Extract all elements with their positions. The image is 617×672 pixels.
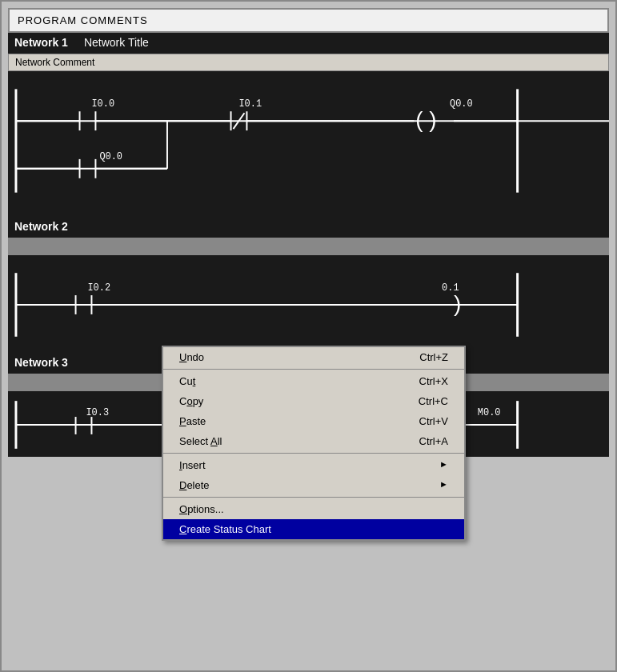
menu-item-cut-label: Cut xyxy=(179,375,195,387)
menu-item-delete-label: Delete xyxy=(179,479,210,491)
svg-text:): ) xyxy=(454,291,461,316)
menu-separator-3 xyxy=(163,497,464,498)
svg-text:( ): ( ) xyxy=(415,107,436,132)
network-2-comment xyxy=(8,238,609,255)
main-window: PROGRAM COMMENTS Network 1 Network Title… xyxy=(0,0,617,672)
menu-separator-2 xyxy=(163,453,464,454)
svg-text:Q0.0: Q0.0 xyxy=(99,151,122,162)
menu-item-cut-shortcut: Ctrl+X xyxy=(419,375,448,387)
menu-separator-1 xyxy=(163,369,464,370)
network-1-canvas: I0.0 I0.1 Q0.0 xyxy=(8,73,609,217)
menu-item-paste[interactable]: Paste Ctrl+V xyxy=(163,411,464,431)
menu-item-paste-shortcut: Ctrl+V xyxy=(419,415,448,427)
menu-item-insert-label: Insert xyxy=(179,459,206,471)
menu-item-delete[interactable]: Delete ► xyxy=(163,475,464,495)
network-2-canvas: I0.2 0.1 ) xyxy=(8,257,609,353)
menu-item-copy-label: Copy xyxy=(179,395,203,407)
menu-item-insert-arrow: ► xyxy=(439,459,448,471)
menu-item-undo[interactable]: Undo Ctrl+Z xyxy=(163,347,464,367)
context-menu: Undo Ctrl+Z Cut Ctrl+X Copy Ctrl+C Paste… xyxy=(162,346,466,541)
title-bar: PROGRAM COMMENTS xyxy=(8,8,609,33)
menu-item-cut[interactable]: Cut Ctrl+X xyxy=(163,371,464,391)
network-3-label: Network 3 xyxy=(14,356,68,369)
network-1-comment: Network Comment xyxy=(8,54,609,71)
menu-item-delete-arrow: ► xyxy=(439,479,448,491)
title-text: PROGRAM COMMENTS xyxy=(18,14,148,26)
network-1-label: Network 1 xyxy=(14,36,68,49)
menu-item-options[interactable]: Options... xyxy=(163,499,464,519)
menu-item-insert[interactable]: Insert ► xyxy=(163,455,464,475)
menu-item-options-label: Options... xyxy=(179,503,224,515)
menu-item-undo-shortcut: Ctrl+Z xyxy=(419,351,448,363)
network-2-label: Network 2 xyxy=(14,220,68,233)
network-2-section: Network 2 I0.2 0.1 ) xyxy=(8,217,609,353)
menu-item-selectall-label: Select All xyxy=(179,435,222,447)
menu-item-createstatuschart[interactable]: Create Status Chart xyxy=(163,519,464,539)
network-1-title: Network Title xyxy=(84,36,149,49)
svg-text:Q0.0: Q0.0 xyxy=(450,98,473,110)
menu-item-createstatuschart-label: Create Status Chart xyxy=(179,523,271,535)
network-1-section: Network 1 Network Title Network Comment … xyxy=(8,33,609,217)
menu-item-selectall-shortcut: Ctrl+A xyxy=(419,435,448,447)
svg-text:I0.2: I0.2 xyxy=(87,282,110,294)
menu-item-copy-shortcut: Ctrl+C xyxy=(419,395,448,407)
menu-item-copy[interactable]: Copy Ctrl+C xyxy=(163,391,464,411)
network-1-header: Network 1 Network Title xyxy=(8,33,609,52)
menu-item-paste-label: Paste xyxy=(179,415,206,427)
svg-text:I0.1: I0.1 xyxy=(238,98,262,110)
svg-text:I0.0: I0.0 xyxy=(91,98,114,110)
menu-item-undo-label: Undo xyxy=(179,351,204,363)
svg-text:M0.0: M0.0 xyxy=(478,407,501,418)
network-2-header: Network 2 xyxy=(8,217,609,236)
svg-text:I0.3: I0.3 xyxy=(86,407,109,418)
menu-item-selectall[interactable]: Select All Ctrl+A xyxy=(163,431,464,451)
